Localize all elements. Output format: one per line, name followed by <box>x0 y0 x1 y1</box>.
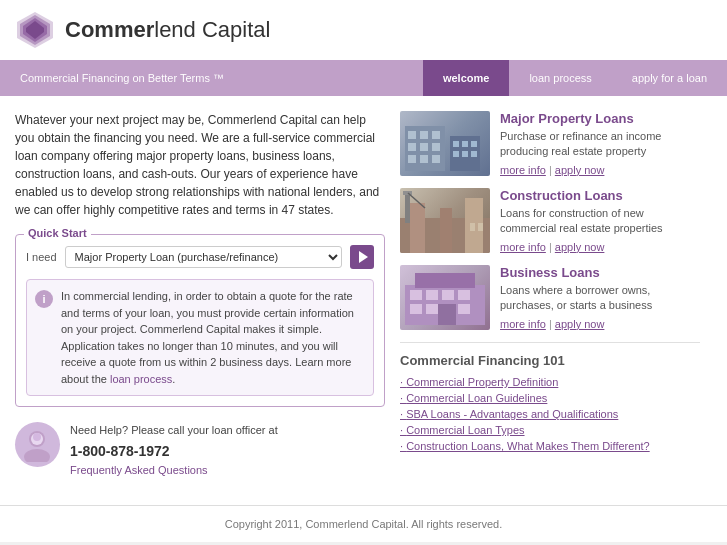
svg-rect-41 <box>438 304 456 325</box>
loan-title-business: Business Loans <box>500 265 700 280</box>
loan-desc-business: Loans where a borrower owns, purchases, … <box>500 283 700 314</box>
loan-title-major: Major Property Loans <box>500 111 700 126</box>
svg-rect-14 <box>432 143 440 151</box>
loan-card-business: Business Loans Loans where a borrower ow… <box>400 265 700 330</box>
need-label: I need <box>26 251 57 263</box>
svg-rect-21 <box>471 141 477 147</box>
more-info-major[interactable]: more info <box>500 164 546 176</box>
header: Commerlend Capital <box>0 0 727 60</box>
loan-desc-construction: Loans for construction of new commercial… <box>500 206 700 237</box>
loan-thumb-business <box>400 265 490 330</box>
nav: Commercial Financing on Better Terms ™ w… <box>0 60 727 96</box>
svg-rect-42 <box>458 304 470 314</box>
svg-rect-11 <box>432 131 440 139</box>
svg-rect-32 <box>470 223 475 231</box>
svg-rect-26 <box>410 203 425 253</box>
svg-rect-15 <box>408 155 416 163</box>
loan-card-construction: Construction Loans Loans for constructio… <box>400 188 700 253</box>
svg-rect-39 <box>410 304 422 314</box>
faq-link[interactable]: Frequently Asked Questions <box>70 464 208 476</box>
loan-links-construction: more info | apply now <box>500 241 700 253</box>
svg-point-5 <box>24 449 50 462</box>
loan-links-major: more info | apply now <box>500 164 700 176</box>
cf101-section: Commercial Financing 101 Commercial Prop… <box>400 342 700 452</box>
main-content: Whatever your next project may be, Comme… <box>0 96 727 495</box>
svg-rect-10 <box>420 131 428 139</box>
tagline: Commercial Financing on Better Terms ™ <box>0 60 423 96</box>
svg-rect-24 <box>471 151 477 157</box>
svg-rect-20 <box>462 141 468 147</box>
cf-link-3[interactable]: Commercial Loan Types <box>400 424 700 436</box>
cf-link-1[interactable]: Commercial Loan Guidelines <box>400 392 700 404</box>
tab-loan-process[interactable]: loan process <box>509 60 611 96</box>
svg-rect-29 <box>405 193 410 223</box>
logo-text: Commerlend Capital <box>65 17 270 43</box>
svg-rect-17 <box>432 155 440 163</box>
svg-rect-22 <box>453 151 459 157</box>
svg-rect-35 <box>410 290 422 300</box>
svg-rect-38 <box>458 290 470 300</box>
tab-welcome[interactable]: welcome <box>423 60 509 96</box>
loan-card-major: Major Property Loans Purchase or refinan… <box>400 111 700 176</box>
loan-info-business: Business Loans Loans where a borrower ow… <box>500 265 700 330</box>
loan-info-construction: Construction Loans Loans for constructio… <box>500 188 700 253</box>
apply-business[interactable]: apply now <box>555 318 605 330</box>
quick-start-box: Quick Start I need Major Property Loan (… <box>15 234 385 407</box>
svg-rect-12 <box>408 143 416 151</box>
go-button[interactable] <box>350 245 374 269</box>
apply-major[interactable]: apply now <box>555 164 605 176</box>
info-icon: i <box>35 290 53 308</box>
svg-rect-37 <box>442 290 454 300</box>
svg-rect-27 <box>440 208 452 253</box>
right-column: Major Property Loans Purchase or refinan… <box>400 111 700 480</box>
cf-link-0[interactable]: Commercial Property Definition <box>400 376 700 388</box>
cf101-title: Commercial Financing 101 <box>400 353 700 368</box>
play-icon <box>359 251 368 263</box>
loan-title-construction: Construction Loans <box>500 188 700 203</box>
help-text: Need Help? Please call your loan officer… <box>70 422 278 480</box>
loan-info-major: Major Property Loans Purchase or refinan… <box>500 111 700 176</box>
tab-apply[interactable]: apply for a loan <box>612 60 727 96</box>
svg-rect-33 <box>478 223 483 231</box>
loan-process-link[interactable]: loan process <box>110 373 172 385</box>
need-row: I need Major Property Loan (purchase/ref… <box>26 245 374 269</box>
loan-links-business: more info | apply now <box>500 318 700 330</box>
logo-icon <box>15 10 55 50</box>
info-text: In commercial lending, in order to obtai… <box>61 288 365 387</box>
svg-rect-16 <box>420 155 428 163</box>
avatar <box>15 422 60 467</box>
info-box: i In commercial lending, in order to obt… <box>26 279 374 396</box>
phone-number: 1-800-878-1972 <box>70 443 170 459</box>
svg-point-7 <box>33 433 41 441</box>
more-info-business[interactable]: more info <box>500 318 546 330</box>
apply-construction[interactable]: apply now <box>555 241 605 253</box>
svg-rect-40 <box>426 304 438 314</box>
more-info-construction[interactable]: more info <box>500 241 546 253</box>
loan-thumb-major <box>400 111 490 176</box>
left-column: Whatever your next project may be, Comme… <box>15 111 385 480</box>
footer: Copyright 2011, Commerlend Capital. All … <box>0 505 727 542</box>
svg-rect-23 <box>462 151 468 157</box>
cf-link-2[interactable]: SBA Loans - Advantages and Qualification… <box>400 408 700 420</box>
quick-start-title: Quick Start <box>24 227 91 239</box>
svg-rect-43 <box>415 273 475 288</box>
loan-type-select[interactable]: Major Property Loan (purchase/refinance)… <box>65 246 342 268</box>
svg-rect-9 <box>408 131 416 139</box>
footer-text: Copyright 2011, Commerlend Capital. All … <box>225 518 503 530</box>
intro-text: Whatever your next project may be, Comme… <box>15 111 385 219</box>
loan-desc-major: Purchase or refinance an income producin… <box>500 129 700 160</box>
svg-rect-13 <box>420 143 428 151</box>
help-section: Need Help? Please call your loan officer… <box>15 422 385 480</box>
cf-link-4[interactable]: Construction Loans, What Makes Them Diff… <box>400 440 700 452</box>
help-prompt: Need Help? Please call your loan officer… <box>70 424 278 436</box>
svg-rect-36 <box>426 290 438 300</box>
svg-rect-19 <box>453 141 459 147</box>
loan-thumb-construction <box>400 188 490 253</box>
